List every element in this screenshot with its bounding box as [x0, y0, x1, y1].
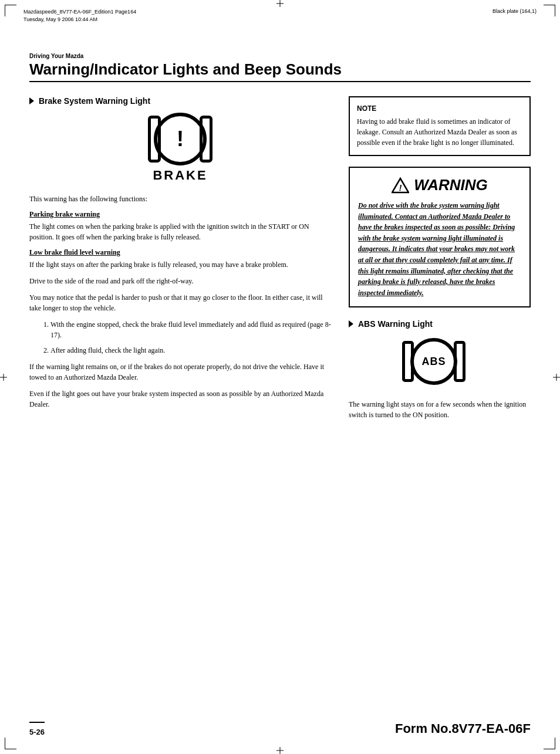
reg-mark-tr [544, 5, 555, 16]
brake-icon-container: ! BRAKE [29, 113, 331, 183]
parking-brake-heading: Parking brake warning [29, 210, 331, 219]
page-title: Warning/Indicator Lights and Beep Sounds [29, 60, 531, 79]
date-info: Tuesday, May 9 2006 10:44 AM [23, 16, 136, 23]
reg-mark-br [544, 738, 555, 749]
svg-text:!: ! [399, 183, 402, 192]
page-content: Driving Your Mazda Warning/Indicator Lig… [0, 18, 560, 473]
triangle-bullet-icon [29, 97, 34, 104]
brake-section-title: Brake System Warning Light [29, 96, 331, 106]
reg-mark-bl [5, 738, 16, 749]
triangle-bullet-abs-icon [349, 320, 353, 327]
title-rule [29, 81, 531, 82]
header-plate: Black plate (164,1) [492, 8, 537, 14]
after-list-text2: Even if the light goes out have your bra… [29, 388, 331, 410]
right-column: NOTE Having to add brake fluid is someti… [349, 96, 531, 426]
list-item-1: With the engine stopped, check the brake… [50, 319, 331, 340]
reg-mark-tl [5, 5, 16, 16]
abs-circle-icon: ABS [410, 338, 457, 385]
footer-right: Form No.8V77-EA-06F [395, 721, 531, 736]
brake-label: BRAKE [29, 168, 331, 183]
note-box: NOTE Having to add brake fluid is someti… [349, 96, 531, 156]
list-item-2: After adding fluid, check the light agai… [50, 345, 331, 356]
section-label: Driving Your Mazda [29, 53, 531, 59]
cross-mark-top [276, 0, 284, 7]
after-list-text1: If the warning light remains on, or if t… [29, 361, 331, 383]
parking-brake-text: The light comes on when the parking brak… [29, 221, 331, 242]
brake-exclamation: ! [177, 129, 184, 150]
form-number: Form No.8V77-EA-06F [395, 721, 531, 736]
warning-title: ! WARNING [358, 176, 521, 194]
cross-mark-bottom [276, 747, 284, 754]
low-brake-heading: Low brake fluid level warning [29, 248, 331, 257]
footer: 5-26 Form No.8V77-EA-06F [29, 721, 531, 736]
low-brake-text2: Drive to the side of the road and park o… [29, 276, 331, 286]
abs-description: The warning light stays on for a few sec… [349, 399, 531, 420]
warning-text: Do not drive with the brake system warni… [358, 200, 521, 298]
note-text: Having to add brake fluid is sometimes a… [357, 116, 522, 148]
warning-box: ! WARNING Do not drive with the brake sy… [349, 167, 531, 307]
abs-section-title: ABS Warning Light [349, 319, 531, 329]
brake-circle-icon: ! [154, 113, 207, 165]
cross-mark-right [553, 374, 560, 381]
page-number: 5-26 [29, 728, 45, 736]
header-info: Mazdaspeed6_8V77-EA-06F_Edition1 Page164… [23, 8, 136, 23]
two-column-layout: Brake System Warning Light ! BRAKE This … [29, 96, 531, 426]
warning-triangle-icon: ! [392, 177, 409, 194]
footer-rule [29, 722, 45, 723]
abs-icon-container: ABS [349, 338, 531, 387]
brake-list: With the engine stopped, check the brake… [41, 319, 331, 356]
left-column: Brake System Warning Light ! BRAKE This … [29, 96, 331, 426]
footer-left: 5-26 [29, 722, 45, 736]
page: Mazdaspeed6_8V77-EA-06F_Edition1 Page164… [0, 0, 560, 754]
note-title: NOTE [357, 104, 522, 113]
low-brake-text3: You may notice that the pedal is harder … [29, 292, 331, 313]
brake-intro-text: This warning has the following functions… [29, 194, 331, 204]
file-info: Mazdaspeed6_8V77-EA-06F_Edition1 Page164 [23, 8, 136, 16]
cross-mark-left [0, 374, 7, 381]
abs-text: ABS [421, 356, 446, 368]
low-brake-text1: If the light stays on after the parking … [29, 259, 331, 270]
